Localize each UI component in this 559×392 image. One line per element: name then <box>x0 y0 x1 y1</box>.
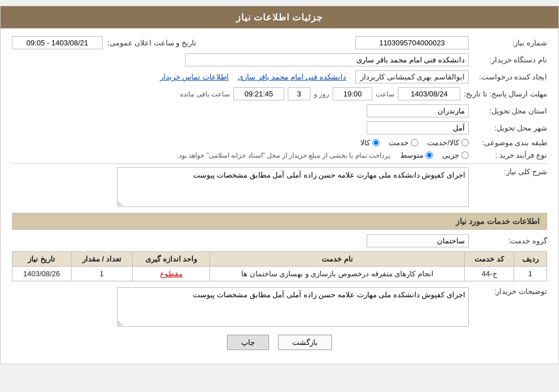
tosif-textarea[interactable]: اجرای کفپوش دانشکده ملی مهارت علامه حسن … <box>117 287 469 327</box>
mande-input <box>233 87 284 100</box>
geroh-label: گروه خدمت: <box>473 237 547 245</box>
mohlat-label: مهلت ارسال پاسخ: تا تاریخ: <box>464 90 547 98</box>
cell-kod: ج-44 <box>465 267 514 281</box>
table-row: 1 ج-44 انجام کارهای متفرقه درخصوص بازساز… <box>12 267 547 281</box>
cell-tedad: 1 <box>71 267 132 281</box>
mohlat-date-input <box>398 87 460 100</box>
shomara-niaz-input <box>355 36 469 49</box>
danskhade-link[interactable]: دانشکده فنی امام محمد باقر ساری <box>238 73 346 81</box>
saat-label: ساعت <box>376 90 394 98</box>
ostan-input <box>367 104 469 117</box>
col-tarikh: تاریخ نیاز <box>12 252 72 267</box>
page-title: جزئیات اطلاعات نیاز <box>1 6 558 28</box>
mande-label: ساعت باقی مانده <box>180 90 230 98</box>
ostan-label: استان محل تحویل: <box>473 107 547 115</box>
cell-name: انجام کارهای متفرقه درخصوص بازسازی و بهس… <box>210 267 465 281</box>
sharh-textarea[interactable]: اجرای کفپوش دانشکده ملی مهارت علامه حسن … <box>117 167 469 207</box>
nam-dastgah-input <box>185 53 469 66</box>
radio-jozee[interactable]: جزیی <box>442 151 469 159</box>
tabaqe-label: طبقه بندی موضوعی: <box>473 138 547 147</box>
radio-mottavasset[interactable]: متوسط <box>400 151 433 159</box>
shahr-label: شهر محل تحویل: <box>473 124 547 132</box>
cell-tarikh: 1403/08/26 <box>12 267 72 281</box>
back-button[interactable]: بازگشت <box>278 335 332 350</box>
sharh-label: شرح کلی نیاز: <box>473 167 547 176</box>
ijad-label: ایجاد کننده درخواست: <box>473 73 547 81</box>
col-radif: ردیف <box>514 252 547 267</box>
khadamat-section-header: اطلاعات خدمات مورد نیاز <box>12 213 547 230</box>
shahr-input <box>367 121 469 134</box>
tarikh-label: تاریخ و ساعت اعلان عمومی: <box>107 39 196 47</box>
ijad-value: ابوالقاسم بهری کمیشانی کاربرداز <box>355 70 469 83</box>
cell-vahid: مقطوع <box>132 267 210 281</box>
noe-farayand-label: نوع فرآیند خرید : <box>473 151 547 159</box>
geroh-input <box>367 234 469 247</box>
col-tedad: تعداد / مقدار <box>71 252 132 267</box>
noe-farayand-note: پرداخت تمام یا بخشی از مبلغ خریدار از مح… <box>177 151 390 159</box>
col-vahid: واحد اندازه گیری <box>132 252 210 267</box>
saat-input <box>333 87 372 100</box>
radio-khadamat[interactable]: خدمت <box>389 138 418 147</box>
col-kod: کد خدمت <box>465 252 514 267</box>
tarikh-input <box>12 36 103 49</box>
ettelaat-link[interactable]: اطلاعات تماس خریدار <box>160 73 229 81</box>
rooz-input <box>288 87 310 100</box>
shomara-niaz-label: شماره نیاز: <box>473 39 547 47</box>
radio-kala-khadamat[interactable]: کالا/خدمت <box>427 138 469 147</box>
nam-dastgah-label: نام دستگاه خریدار: <box>473 56 547 64</box>
button-row: بازگشت چاپ <box>12 335 547 350</box>
cell-radif: 1 <box>514 267 547 281</box>
col-name: نام خدمت <box>210 252 465 267</box>
tosif-label: توضیحات خریدار: <box>473 287 547 296</box>
rooz-label: روز و <box>314 90 329 98</box>
radio-kala[interactable]: کالا <box>360 138 380 147</box>
noe-farayand-radio-group: جزیی متوسط <box>400 151 469 159</box>
tabaqe-radio-group: کالا/خدمت خدمت کالا <box>360 138 469 147</box>
print-button[interactable]: چاپ <box>227 335 269 350</box>
services-table: ردیف کد خدمت نام خدمت واحد اندازه گیری ت… <box>12 251 547 281</box>
